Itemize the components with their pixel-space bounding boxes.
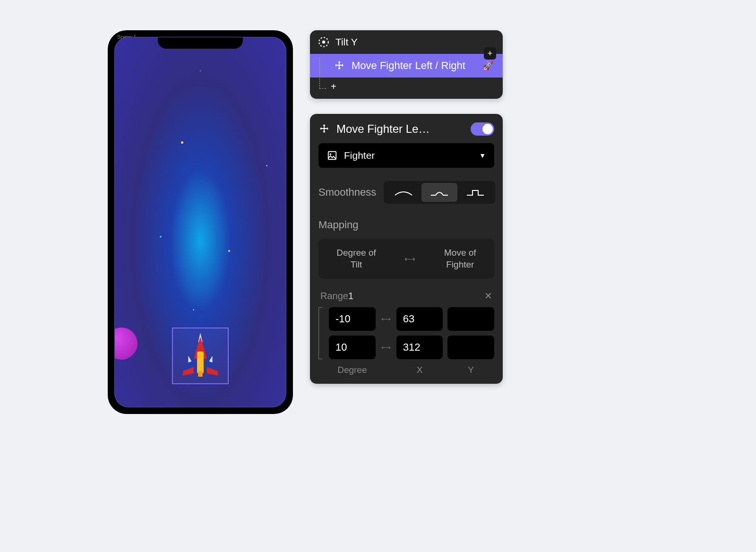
mapping-input-label: Degree of Tilt bbox=[336, 247, 376, 270]
svg-point-13 bbox=[330, 153, 332, 155]
mapping-box: Degree of Tilt ⟷ Move of Fighter bbox=[318, 239, 494, 279]
range-y-max-input[interactable] bbox=[447, 336, 494, 359]
range-close-button[interactable]: ✕ bbox=[484, 290, 492, 302]
star bbox=[160, 236, 162, 238]
move-icon bbox=[318, 123, 330, 135]
range-degree-min-input[interactable]: -10 bbox=[329, 307, 376, 331]
enable-toggle[interactable] bbox=[471, 122, 494, 136]
trigger-panel: Tilt Y + Move Fighter Left / Right 🚀 + bbox=[310, 30, 503, 99]
star bbox=[193, 309, 194, 310]
trigger-title: Tilt Y bbox=[335, 36, 358, 48]
tree-trace bbox=[319, 58, 326, 89]
fighter-selection[interactable] bbox=[172, 328, 229, 384]
phone-screen[interactable] bbox=[114, 37, 286, 407]
mapping-output-label: Move of Fighter bbox=[444, 247, 476, 270]
range-number: 1 bbox=[348, 291, 353, 302]
add-action-button[interactable]: + bbox=[331, 81, 336, 92]
move-icon bbox=[334, 60, 345, 71]
add-action-top-button[interactable]: + bbox=[484, 47, 496, 60]
fighter-sprite bbox=[173, 328, 228, 383]
target-dropdown[interactable]: Fighter ▼ bbox=[318, 143, 494, 168]
smoothness-option-low[interactable] bbox=[386, 183, 421, 202]
column-degree-label: Degree bbox=[329, 365, 376, 375]
link-icon: ⟷ bbox=[404, 254, 415, 263]
properties-panel: Move Fighter Le… Fighter ▼ Smoothness bbox=[310, 114, 503, 384]
svg-rect-2 bbox=[197, 352, 204, 373]
column-x-label: X bbox=[396, 365, 443, 375]
svg-rect-7 bbox=[198, 371, 202, 377]
link-icon: ⟷ bbox=[380, 344, 392, 351]
star bbox=[181, 141, 183, 144]
phone-notch bbox=[158, 37, 243, 49]
smoothness-segments bbox=[384, 181, 495, 204]
star bbox=[266, 165, 267, 166]
action-bar[interactable]: + Move Fighter Left / Right 🚀 bbox=[310, 54, 503, 78]
target-label: Fighter bbox=[344, 150, 375, 161]
smoothness-option-mid[interactable] bbox=[421, 183, 457, 202]
image-icon bbox=[327, 150, 337, 161]
range-x-max-input[interactable]: 312 bbox=[396, 336, 443, 359]
smoothness-label: Smoothness bbox=[318, 186, 376, 198]
mapping-heading: Mapping bbox=[318, 219, 494, 231]
device-preview: Scene 1 bbox=[108, 30, 293, 414]
range-degree-max-input[interactable]: 10 bbox=[329, 336, 376, 359]
smoothness-option-high[interactable] bbox=[457, 183, 493, 202]
link-icon: ⟷ bbox=[380, 315, 392, 323]
tilt-icon bbox=[318, 36, 330, 48]
planet-sprite bbox=[114, 328, 137, 360]
svg-point-11 bbox=[322, 41, 326, 44]
rocket-icon: 🚀 bbox=[483, 60, 493, 71]
range-x-min-input[interactable]: 63 bbox=[396, 307, 443, 331]
range-y-min-input[interactable] bbox=[447, 307, 494, 331]
chevron-down-icon: ▼ bbox=[479, 152, 486, 159]
range-bracket bbox=[318, 307, 322, 359]
range-label: Range bbox=[320, 291, 348, 302]
trigger-header[interactable]: Tilt Y bbox=[310, 30, 503, 54]
star bbox=[228, 250, 230, 252]
action-label: Move Fighter Left / Right bbox=[352, 60, 465, 72]
star bbox=[200, 70, 201, 71]
column-y-label: Y bbox=[447, 365, 494, 375]
property-title: Move Fighter Le… bbox=[336, 122, 464, 136]
